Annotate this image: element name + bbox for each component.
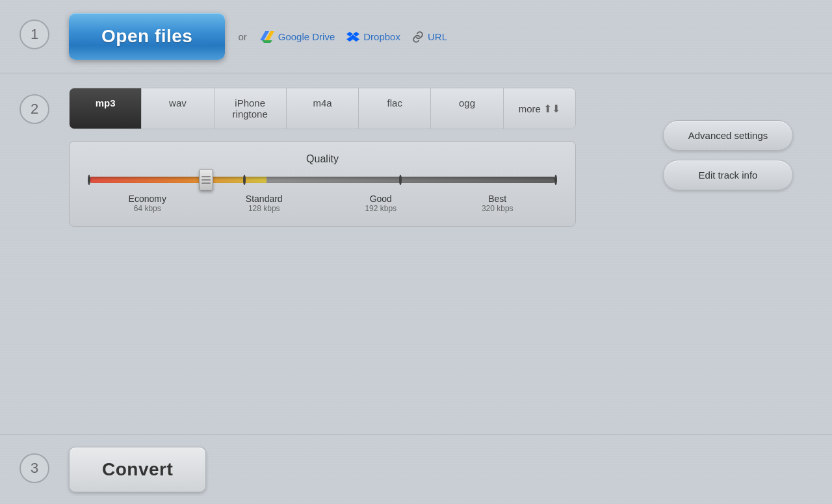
dropbox-icon [346,30,359,42]
quality-panel: Quality [69,141,576,227]
step3-content: Convert [69,447,793,492]
quality-title: Quality [89,153,556,165]
cloud-links: Google Drive Drop [260,30,447,43]
google-drive-label: Google Drive [278,31,335,42]
convert-button[interactable]: Convert [69,447,206,492]
quality-label-standard: Standard 128 kbps [206,194,323,213]
step1-number: 1 [20,19,49,49]
quality-label-economy: Economy 64 kbps [89,194,206,213]
chevron-updown-icon: ⬆⬇ [543,103,560,115]
format-tabs: mp3 wav iPhone ringtone m4a flac ogg [69,88,576,129]
svg-marker-2 [262,40,272,43]
advanced-settings-button[interactable]: Advanced settings [663,120,793,151]
edit-track-info-button[interactable]: Edit track info [663,160,793,190]
grip-line-1 [202,176,211,177]
google-drive-icon [260,30,274,43]
step2-section: 2 mp3 wav iPhone ringtone m4a flac [0,73,832,435]
tab-flac[interactable]: flac [359,88,431,129]
grip-line-3 [202,183,211,184]
or-text: or [238,31,246,42]
tab-ogg[interactable]: ogg [431,88,503,129]
format-quality-area: mp3 wav iPhone ringtone m4a flac ogg [69,88,637,227]
tab-mp3[interactable]: mp3 [70,88,142,129]
tab-iphone-ringtone[interactable]: iPhone ringtone [214,88,287,129]
quality-label-best: Best 320 kbps [439,194,556,213]
url-link[interactable]: URL [412,30,447,42]
quality-slider-thumb[interactable] [199,169,213,191]
google-drive-link[interactable]: Google Drive [260,30,335,43]
tab-wav[interactable]: wav [142,88,214,129]
step3-section: 3 Convert [0,435,832,504]
step2-number: 2 [20,94,49,124]
slider-track [89,177,556,183]
dropbox-label: Dropbox [363,31,400,42]
step2-content: mp3 wav iPhone ringtone m4a flac ogg [69,88,793,227]
grip-line-2 [202,179,211,181]
side-buttons: Advanced settings Edit track info [663,120,793,190]
url-icon [412,30,424,42]
slider-thumb-grip [202,176,211,184]
quality-labels: Economy 64 kbps Standard 128 kbps Good 1… [89,194,556,213]
step1-content: Open files or Google Drive [69,13,793,60]
url-label: URL [428,31,447,42]
tab-m4a[interactable]: m4a [287,88,359,129]
step3-number: 3 [20,453,49,483]
tab-more[interactable]: more ⬆⬇ [504,88,575,129]
step1-section: 1 Open files or Google Drive [0,0,832,73]
dropbox-link[interactable]: Dropbox [346,30,400,42]
quality-label-good: Good 192 kbps [322,194,439,213]
quality-slider-container [89,177,556,183]
open-files-button[interactable]: Open files [69,13,225,60]
